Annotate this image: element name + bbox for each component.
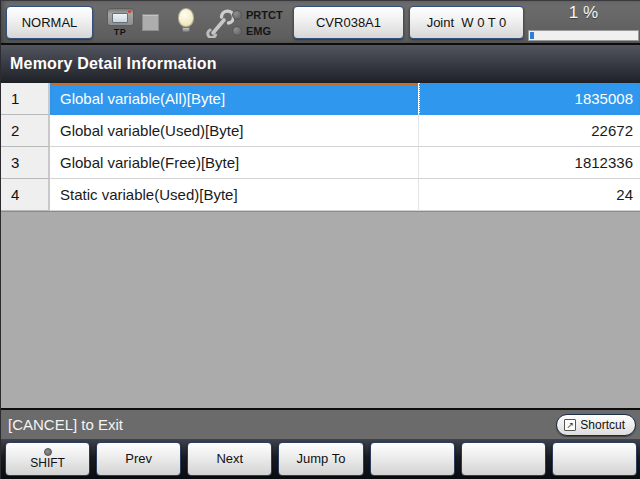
status-message: [CANCEL] to Exit (8, 416, 556, 433)
row-label[interactable]: Static variable(Used)[Byte] (50, 179, 418, 211)
program-name-button[interactable]: CVR038A1 (293, 6, 404, 39)
speed-percent-label: 1 % (528, 3, 639, 23)
joint-coordinates-button[interactable]: Joint W 0 T 0 (409, 6, 524, 39)
safety-indicators: PRTCT EMG (232, 7, 283, 39)
fkey-empty-button[interactable] (461, 442, 546, 476)
teach-pendant-icon (107, 8, 134, 26)
row-value[interactable]: 1812336 (418, 147, 640, 179)
row-value[interactable]: 22672 (418, 115, 640, 147)
mode-button[interactable]: NORMAL (6, 6, 93, 39)
teach-pendant-screen: NORMAL TP PRTCT EMG (0, 0, 640, 479)
title-bar: Memory Detail Information (1, 45, 640, 83)
table-row[interactable]: 4 Static variable(Used)[Byte] 24 (1, 179, 640, 211)
shortcut-button[interactable]: ↗ Shortcut (556, 414, 636, 436)
row-index: 4 (1, 179, 50, 211)
row-value[interactable]: 24 (418, 179, 640, 211)
fkey-empty-button[interactable] (552, 442, 637, 476)
status-bar: [CANCEL] to Exit ↗ Shortcut (1, 408, 640, 439)
row-index: 2 (1, 115, 50, 147)
table-row[interactable]: 1 Global variable(All)[Byte] 1835008 (1, 83, 640, 115)
speed-progress-fill (530, 32, 534, 39)
table-row[interactable]: 3 Global variable(Free)[Byte] 1812336 (1, 147, 640, 179)
prtct-label: PRTCT (246, 9, 283, 21)
shift-button[interactable]: SHIFT (5, 442, 90, 476)
emg-indicator-icon (232, 26, 242, 36)
next-button[interactable]: Next (187, 442, 272, 476)
jump-to-button[interactable]: Jump To (278, 442, 363, 476)
row-label[interactable]: Global variable(All)[Byte] (50, 83, 418, 115)
shortcut-button-label: Shortcut (580, 418, 625, 432)
top-toolbar: NORMAL TP PRTCT EMG (1, 1, 640, 45)
table-row[interactable]: 2 Global variable(Used)[Byte] 22672 (1, 115, 640, 147)
shift-indicator-icon (44, 448, 52, 456)
tp-label: TP (105, 27, 135, 37)
page-title: Memory Detail Information (10, 55, 217, 73)
prev-button[interactable]: Prev (96, 442, 181, 476)
tp-status-indicator: TP (105, 8, 135, 37)
function-key-bar: SHIFT Prev Next Jump To (1, 439, 640, 479)
speed-progress-bar (528, 30, 639, 41)
row-label[interactable]: Global variable(Used)[Byte] (50, 115, 418, 147)
speed-display: 1 % (528, 1, 639, 45)
row-value[interactable]: 1835008 (418, 83, 640, 115)
shortcut-launch-icon: ↗ (564, 419, 576, 431)
lamp-status-icon (177, 8, 195, 36)
emg-label: EMG (246, 25, 271, 37)
stop-status-icon (142, 14, 159, 31)
row-label[interactable]: Global variable(Free)[Byte] (50, 147, 418, 179)
memory-detail-table: 1 Global variable(All)[Byte] 1835008 2 G… (1, 83, 640, 212)
row-index: 3 (1, 147, 50, 179)
fkey-empty-button[interactable] (370, 442, 455, 476)
row-index: 1 (1, 83, 50, 115)
prtct-indicator-icon (232, 10, 242, 20)
maintenance-wrench-icon (206, 8, 234, 38)
